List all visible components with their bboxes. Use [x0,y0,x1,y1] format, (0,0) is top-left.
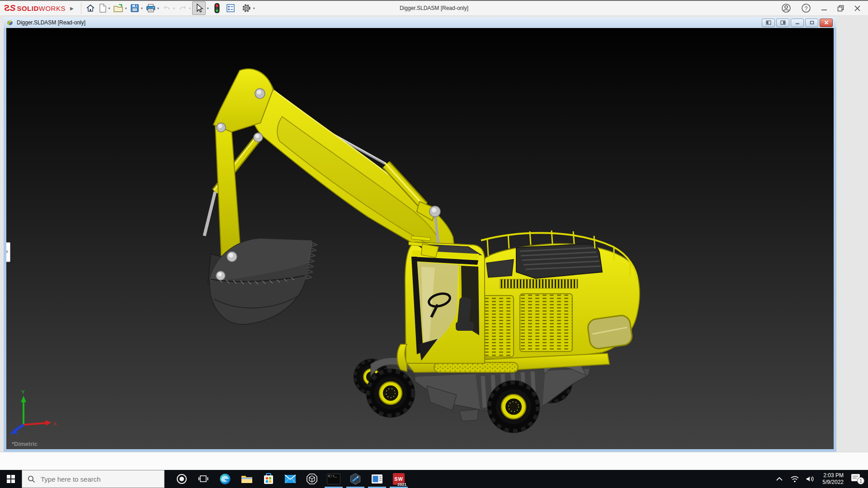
new-document-icon [98,3,107,13]
orientation-triad: Y X [10,389,57,434]
mail-button[interactable] [279,470,301,488]
pane-right-button[interactable] [776,19,789,27]
doc-close-button[interactable] [820,19,833,27]
redo-icon [178,3,188,13]
microsoft-store-icon [263,473,274,485]
dropdown-caret-icon[interactable]: ▾ [157,6,159,10]
toolbar-separator [81,3,81,14]
restore-button[interactable] [837,5,844,12]
triad-y-label: Y [21,389,25,395]
select-dropdown-caret-icon[interactable]: ▾ [207,6,209,10]
task-view-icon [198,474,208,483]
cortana-icon [176,474,187,484]
document-title: Digger.SLDASM [Read-only] [17,19,85,26]
app-window-icon [371,474,383,484]
file-properties-button[interactable] [224,2,237,14]
tray-chevron-button[interactable] [774,470,785,488]
app-window-button[interactable] [366,470,388,488]
dropdown-caret-icon[interactable]: ▾ [141,6,143,10]
taskbar: C:\_ SW 2021 [0,470,868,488]
doc-restore-button[interactable] [805,19,818,27]
tray-clock[interactable]: 2:03 PM 5/9/2022 [822,472,844,486]
solidworks-2021-button[interactable]: SW 2021 [388,470,410,488]
featuremanager-splitter-handle[interactable] [6,242,10,262]
pane-left-button[interactable] [762,19,775,27]
windows-logo-icon [7,475,15,483]
notification-icon: 1 [850,473,865,485]
hexagon-app-icon [349,473,361,485]
menu-flyout-arrow-icon[interactable]: ▶ [70,6,74,11]
wheel [487,380,540,433]
start-button[interactable] [0,470,22,488]
redo-button[interactable]: ▾ [176,2,192,14]
excavator-model: Y X [6,28,834,449]
file-explorer-button[interactable] [236,470,258,488]
wheel [366,369,415,418]
taskbar-search[interactable] [22,470,165,488]
3d-viewer-button[interactable] [301,470,323,488]
command-prompt-button[interactable]: C:\_ [323,470,344,488]
options-gear-icon [241,3,252,14]
upper-body [397,230,640,372]
edge-icon [219,473,231,485]
microsoft-store-button[interactable] [258,470,279,488]
wifi-icon [790,475,799,483]
undo-button[interactable]: ▾ [160,2,176,14]
speaker-icon [806,475,815,483]
notification-center-button[interactable]: 1 [850,470,865,488]
system-tray: 2:03 PM 5/9/2022 1 [774,470,868,488]
open-button[interactable]: ▾ [112,2,128,14]
app-titlebar: SS SOLIDWORKS ▶ ▾ ▾ ▾ [0,0,868,16]
assembly-icon [6,19,14,26]
account-icon[interactable] [781,3,791,13]
solidworks-logo: SS SOLIDWORKS [5,3,66,13]
task-view-button[interactable] [193,470,214,488]
home-button[interactable] [84,2,97,14]
rebuild-button[interactable] [212,2,222,14]
rebuild-traffic-light-icon [214,3,220,14]
cortana-button[interactable] [171,470,193,488]
status-bar [0,452,868,470]
solidworks-logo-icon: SS [5,3,15,13]
tray-wifi-button[interactable] [789,470,801,488]
dropdown-caret-icon[interactable]: ▾ [108,6,110,10]
minimize-button[interactable] [821,5,827,11]
brand-text-solid: SOLID [17,5,38,12]
select-button[interactable] [192,1,206,15]
cab [397,236,485,371]
notification-badge: 1 [859,478,862,483]
chevron-up-icon [776,477,783,481]
open-folder-icon [113,3,124,13]
close-button[interactable] [854,5,861,12]
brand-text-works: WORKS [39,5,66,12]
undo-icon [162,3,172,13]
tray-volume-button[interactable] [804,470,816,488]
options-button[interactable]: ▾ [240,2,256,14]
save-icon [130,3,140,13]
new-document-button[interactable]: ▾ [97,2,112,14]
hexagon-app-button[interactable] [344,470,366,488]
svg-text:?: ? [805,5,808,12]
doc-minimize-button[interactable] [791,19,804,27]
side-window [587,314,633,350]
command-prompt-icon: C:\_ [327,474,340,484]
print-button[interactable]: ▾ [144,2,160,14]
print-icon [146,3,156,13]
file-properties-icon [226,3,236,13]
dropdown-caret-icon[interactable]: ▾ [253,6,255,10]
document-titlebar[interactable]: Digger.SLDASM [Read-only] [4,17,836,28]
save-button[interactable]: ▾ [128,2,144,14]
dropdown-caret-icon[interactable]: ▾ [173,6,175,10]
graphics-viewport[interactable]: Y X *Dimetric [6,28,834,449]
dropdown-caret-icon[interactable]: ▾ [125,6,127,10]
edge-button[interactable] [214,470,236,488]
dropdown-caret-icon[interactable]: ▾ [189,6,191,10]
app-title: Digger.SLDASM [Read-only] [400,5,468,11]
home-icon [85,3,95,13]
taskbar-search-input[interactable] [40,475,146,483]
help-icon[interactable]: ? [801,3,811,13]
3d-viewer-icon [306,473,318,485]
tray-time: 2:03 PM [822,472,844,479]
file-explorer-icon [241,474,253,484]
solidworks-2021-icon: SW 2021 [393,473,405,485]
